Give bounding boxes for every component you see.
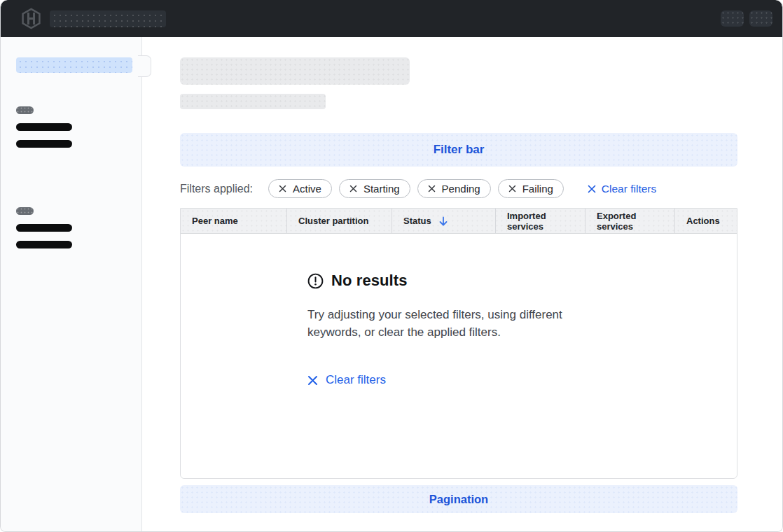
filter-bar-label: Filter bar (434, 143, 485, 157)
dismiss-x-icon[interactable] (279, 185, 286, 192)
filter-pill[interactable]: Failing (498, 179, 564, 198)
dismiss-x-icon[interactable] (349, 185, 357, 192)
filter-pill[interactable]: Active (268, 179, 332, 198)
table-column-header[interactable]: Peer name (181, 209, 286, 233)
main-content: Filter bar Filters applied: Active Start… (142, 37, 782, 532)
sidebar-item-placeholder-1[interactable] (16, 123, 72, 131)
table-column-header[interactable]: Imported services (495, 209, 585, 233)
sidebar-item-placeholder-2[interactable] (16, 140, 72, 148)
dismiss-x-icon[interactable] (428, 185, 436, 192)
empty-state-title: No results (331, 272, 408, 290)
empty-state-description: Try adjusting your selected filters, usi… (307, 307, 609, 341)
sidebar-group-label-placeholder-2 (16, 207, 34, 215)
page-title-placeholder (180, 57, 410, 85)
pagination-label: Pagination (429, 493, 488, 506)
filter-pill-label: Failing (522, 183, 553, 195)
filter-pill[interactable]: Pending (417, 179, 491, 198)
x-icon (588, 185, 596, 193)
filter-bar[interactable]: Filter bar (180, 133, 737, 167)
empty-state-clear-filters-label: Clear filters (326, 373, 386, 387)
nav-action-placeholder-1[interactable] (721, 10, 744, 27)
filter-pill-label: Starting (363, 183, 400, 195)
sort-descending-icon[interactable] (438, 216, 448, 226)
table-body: No results Try adjusting your selected f… (181, 234, 737, 478)
sidebar-selected-item-placeholder[interactable] (16, 57, 132, 73)
applied-filters-row: Filters applied: Active Starting Pending… (180, 178, 737, 199)
table-column-label: Actions (686, 216, 720, 226)
sidebar-collapse-handle[interactable] (138, 55, 151, 77)
table-column-header[interactable]: Actions (674, 209, 737, 233)
clear-filters-link[interactable]: Clear filters (588, 183, 656, 195)
table-column-header[interactable]: Exported services (585, 209, 674, 233)
table-header-row: Peer name Cluster partition Status Impor… (181, 209, 737, 234)
app-window: Filter bar Filters applied: Active Start… (0, 0, 783, 532)
table-column-label: Imported services (507, 211, 585, 232)
table-column-label: Status (403, 216, 431, 226)
table-column-label: Exported services (597, 211, 674, 232)
filter-pill-label: Active (293, 183, 321, 195)
pagination-bar[interactable]: Pagination (180, 485, 737, 513)
peers-table: Peer name Cluster partition Status Impor… (180, 208, 737, 479)
clear-filters-label: Clear filters (602, 183, 656, 195)
empty-state: No results Try adjusting your selected f… (181, 234, 737, 388)
table-column-label: Cluster partition (298, 216, 368, 226)
page-subtitle-placeholder (180, 94, 326, 109)
table-column-header[interactable]: Cluster partition (286, 209, 392, 233)
nav-action-placeholder-2[interactable] (749, 10, 772, 27)
filter-pills: Active Starting Pending Failing (268, 179, 564, 198)
filter-pill[interactable]: Starting (339, 179, 410, 198)
table-column-header[interactable]: Status (392, 209, 495, 233)
sidebar (1, 37, 142, 532)
filters-applied-label: Filters applied: (180, 183, 253, 195)
nav-actions (721, 10, 772, 27)
x-icon (307, 375, 318, 386)
sidebar-item-placeholder-4[interactable] (16, 241, 72, 248)
alert-circle-icon (307, 273, 324, 289)
hashicorp-logo-icon[interactable] (20, 8, 42, 29)
dismiss-x-icon[interactable] (508, 185, 516, 192)
sidebar-item-placeholder-3[interactable] (16, 224, 72, 232)
top-navbar (1, 0, 782, 37)
filter-pill-label: Pending (442, 183, 480, 195)
sidebar-group-label-placeholder-1 (16, 106, 34, 114)
table-column-label: Peer name (192, 216, 238, 226)
empty-state-clear-filters-link[interactable]: Clear filters (307, 373, 386, 387)
nav-search-placeholder[interactable] (50, 10, 166, 27)
